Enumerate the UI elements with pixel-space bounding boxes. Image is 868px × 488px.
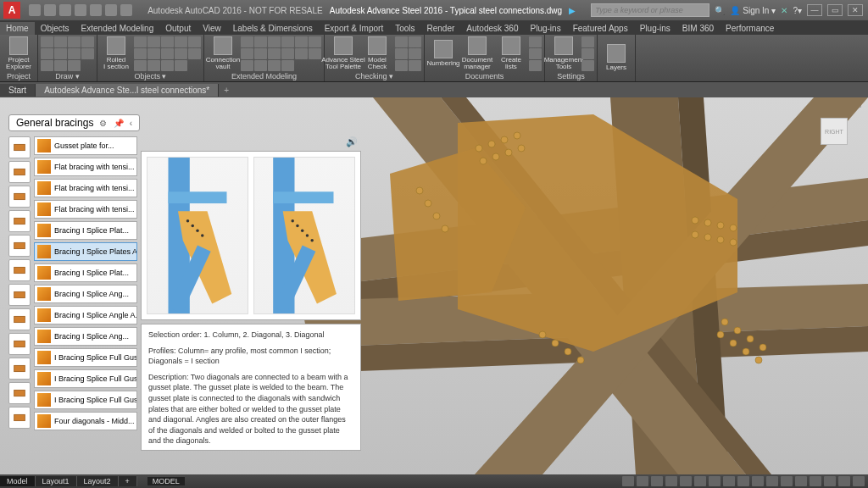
ribbon-tab-plug-ins[interactable]: Plug-ins [634,22,676,35]
vault-category-brace-icon[interactable] [8,382,31,404]
vault-item[interactable]: I Bracing Splice Full Guss... [34,348,137,367]
ribbon-button[interactable]: Rolled I section [100,36,132,70]
ribbon-small-button[interactable] [81,36,94,47]
ribbon-small-button[interactable] [147,48,160,59]
app-logo[interactable]: A [3,2,20,19]
vault-category-star-icon[interactable] [8,136,31,158]
ribbon-small-button[interactable] [68,36,81,47]
ribbon-tab-extended-modeling[interactable]: Extended Modeling [75,22,160,35]
ribbon-small-button[interactable] [281,60,294,71]
ribbon-small-button[interactable] [281,48,294,59]
ribbon-small-button[interactable] [268,48,281,59]
ribbon-tab-objects[interactable]: Objects [35,22,75,35]
ribbon-button[interactable]: Document manager [461,36,493,70]
ribbon-small-button[interactable] [395,60,408,71]
gear-icon[interactable]: ⚙ [99,119,107,128]
ribbon-small-button[interactable] [409,36,421,47]
ribbon-small-button[interactable] [81,48,94,59]
vault-item[interactable]: Bracing I Splice Ang... [34,285,137,303]
layout-tab[interactable]: Layout1 [36,476,77,486]
ribbon-small-button[interactable] [295,36,308,47]
qat-new-icon[interactable] [29,4,41,16]
layout-tab[interactable]: Layout2 [77,476,119,486]
ribbon-button[interactable]: Connection vault [207,36,239,70]
qat-save-icon[interactable] [59,4,71,16]
ribbon-small-button[interactable] [134,48,147,59]
ribbon-tab-view[interactable]: View [197,22,227,35]
ribbon-small-button[interactable] [529,60,542,71]
vault-category-plate-icon[interactable] [8,284,31,306]
ribbon-button[interactable]: Advance Steel Tool Palette [327,36,359,70]
ribbon-small-button[interactable] [147,36,160,47]
ribbon-small-button[interactable] [175,60,187,71]
vault-item[interactable]: Bracing I Splice Ang... [34,327,137,346]
ribbon-tab-labels-dimensions[interactable]: Labels & Dimensions [227,22,319,35]
ribbon-small-button[interactable] [241,60,253,71]
ribbon-small-button[interactable] [161,48,174,59]
ribbon-small-button[interactable] [581,48,594,59]
hardware-icon[interactable] [810,476,821,486]
lwt-toggle-icon[interactable] [723,476,735,486]
ribbon-button[interactable]: Create lists [495,36,527,70]
ribbon-small-button[interactable] [41,48,53,59]
vault-category-plate-icon[interactable] [8,259,31,281]
vault-item[interactable]: Flat bracing with tensi... [34,179,137,197]
ribbon-small-button[interactable] [161,60,174,71]
ribbon-small-button[interactable] [175,48,187,59]
ribbon-small-button[interactable] [281,36,294,47]
ribbon-small-button[interactable] [309,48,321,59]
layout-tab[interactable]: Model [0,476,36,486]
viewcube[interactable]: RIGHT [817,114,853,150]
qat-redo-icon[interactable] [120,4,132,16]
ribbon-small-button[interactable] [241,48,253,59]
ortho-toggle-icon[interactable] [651,476,663,486]
search-icon[interactable]: 🔍 [715,6,725,15]
minimize-icon[interactable]: — [807,4,822,16]
isolate-icon[interactable] [824,476,836,486]
vault-item[interactable]: Bracing I Splice Plates A... [34,242,137,261]
ribbon-small-button[interactable] [581,36,594,47]
vault-item[interactable]: Bracing I Splice Plat... [34,263,137,282]
ribbon-tab-bim-360[interactable]: BIM 360 [676,22,720,35]
ribbon-tab-tools[interactable]: Tools [389,22,420,35]
ribbon-small-button[interactable] [254,36,267,47]
ribbon-button[interactable]: Layers [600,41,632,75]
qat-print-icon[interactable] [90,4,102,16]
vault-item[interactable]: Bracing I Splice Plat... [34,221,137,240]
ribbon-small-button[interactable] [134,36,147,47]
chevron-down-icon[interactable]: ‹ [130,119,132,128]
vault-category-brace-icon[interactable] [8,407,31,429]
ribbon-small-button[interactable] [54,36,67,47]
ribbon-small-button[interactable] [268,60,281,71]
ribbon-tab-autodesk-360[interactable]: Autodesk 360 [460,22,524,35]
ribbon-tab-export-import[interactable]: Export & Import [319,22,389,35]
ribbon-small-button[interactable] [268,36,281,47]
units-icon[interactable] [795,476,807,486]
ribbon-small-button[interactable] [134,60,147,71]
ribbon-small-button[interactable] [175,36,187,47]
vault-category-beam-icon[interactable] [8,235,31,257]
ribbon-button[interactable]: Project Explorer [3,36,35,70]
osnap-toggle-icon[interactable] [680,476,692,486]
ribbon-small-button[interactable] [409,48,421,59]
add-layout-btn[interactable]: + [119,476,137,486]
vault-item[interactable]: Bracing I Splice Angle A... [34,306,137,324]
vault-category-beam-icon[interactable] [8,161,31,183]
file-tab[interactable]: Autodesk Advance Ste...l steel connectio… [36,84,219,97]
file-tab-add[interactable]: + [219,86,234,95]
ribbon-small-button[interactable] [581,60,594,71]
ribbon-small-button[interactable] [41,60,53,71]
vault-category-plate-icon[interactable] [8,308,31,330]
ribbon-small-button[interactable] [188,36,201,47]
ribbon-small-button[interactable] [309,36,321,47]
ribbon-small-button[interactable] [295,48,308,59]
ribbon-small-button[interactable] [68,60,81,71]
ribbon-button[interactable]: Management Tools [548,36,580,70]
ribbon-small-button[interactable] [41,36,53,47]
ribbon-small-button[interactable] [395,48,408,59]
user-sign-in[interactable]: 👤 Sign In ▾ [730,6,776,15]
ribbon-tab-output[interactable]: Output [159,22,197,35]
ribbon-tab-plug-ins[interactable]: Plug-ins [525,22,567,35]
ribbon-small-button[interactable] [395,36,408,47]
volume-icon[interactable]: 🔊 [346,136,358,147]
